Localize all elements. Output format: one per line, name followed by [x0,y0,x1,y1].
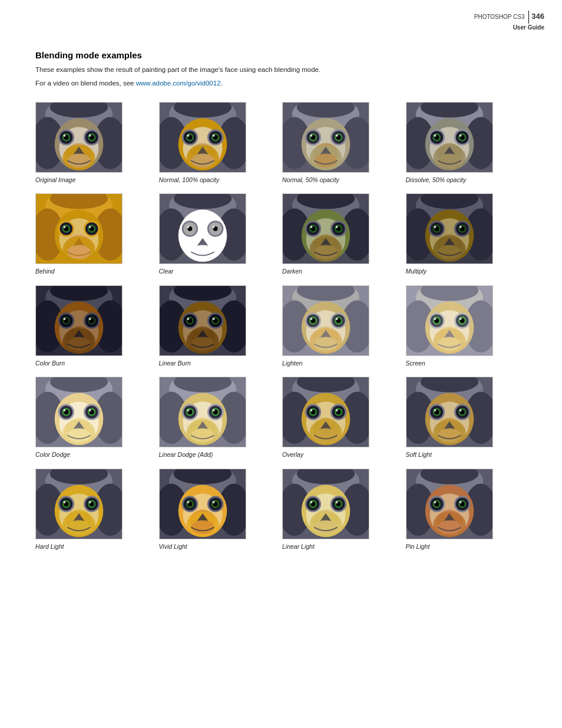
video-link[interactable]: www.adobe.com/go/vid0012 [136,80,221,87]
page-header: PHOTOSHOP CS3 346 User Guide [474,11,544,32]
product-name: PHOTOSHOP CS3 [474,14,525,20]
grid-item-clear: Clear [159,193,280,276]
svg-point-139 [310,226,312,228]
grid-item-overlay: Overlay [282,377,404,459]
svg-point-34 [187,134,189,137]
grid-item-pin-light: Pin Light [406,469,527,551]
blend-image-vivid-light [159,469,246,539]
svg-point-223 [310,318,312,320]
blend-image-color-burn [35,285,123,356]
svg-point-377 [191,521,214,535]
grid-item-darken: Darken [282,193,404,276]
blend-image-original [35,102,123,173]
svg-point-354 [89,501,91,503]
video-text: For a video on blend modes, see [35,80,136,87]
grid-item-linear-dodge: Linear Dodge (Add) [159,377,280,459]
blend-caption-overlay: Overlay [282,451,303,459]
grid-item-original: Original Image [35,102,157,185]
svg-point-244 [434,318,436,320]
svg-point-391 [310,501,312,503]
blend-caption-dissolve: Dissolve, 50% opacity [406,176,467,185]
svg-point-270 [89,410,91,412]
svg-point-13 [63,134,65,137]
svg-point-335 [438,429,461,443]
grid-item-color-dodge: Color Dodge [35,377,157,459]
svg-point-104 [67,245,90,259]
svg-point-349 [63,501,65,503]
grid-item-dissolve: Dissolve, 50% opacity [406,102,527,185]
svg-point-160 [434,226,436,228]
section-description: These examples show the result of painti… [35,65,527,75]
blend-caption-clear: Clear [159,268,174,276]
svg-point-251 [438,337,461,351]
blend-caption-darken: Darken [282,268,302,276]
blend-mode-grid: Original Image Normal, 100% [35,102,527,561]
svg-point-41 [191,153,214,167]
svg-point-370 [187,501,189,503]
svg-point-62 [314,153,337,167]
svg-point-328 [434,410,436,412]
blend-caption-hard-light: Hard Light [35,543,64,551]
grid-item-linear-light: Linear Light [282,469,404,551]
svg-point-167 [438,245,461,259]
blend-caption-linear-burn: Linear Burn [159,360,191,368]
blend-image-linear-dodge [159,377,246,447]
svg-point-398 [314,521,337,535]
grid-item-color-burn: Color Burn [35,285,157,368]
blend-caption-soft-light: Soft Light [406,451,432,459]
svg-point-39 [212,134,214,137]
blend-image-normal-50 [282,102,369,173]
video-link-paragraph: For a video on blend modes, see www.adob… [35,78,527,88]
svg-point-412 [434,501,436,503]
svg-point-188 [67,337,90,351]
svg-point-146 [314,245,337,259]
svg-point-102 [89,226,91,228]
grid-item-behind: Behind [35,193,157,276]
svg-point-55 [310,134,312,137]
blend-image-lighten [282,285,369,356]
blend-image-linear-light [282,469,369,539]
svg-point-60 [336,134,338,137]
svg-point-333 [459,410,461,412]
blend-caption-normal-50: Normal, 50% opacity [282,176,339,185]
svg-point-207 [212,318,214,320]
svg-point-123 [212,226,214,228]
blend-caption-color-burn: Color Burn [35,360,65,368]
grid-item-lighten: Lighten [282,285,404,368]
blend-caption-screen: Screen [406,360,425,368]
svg-point-293 [191,429,214,443]
blend-image-linear-burn [159,285,246,356]
header-divider [528,11,529,24]
svg-point-83 [438,153,461,167]
blend-caption-original: Original Image [35,176,75,185]
svg-point-265 [63,410,65,412]
blend-image-dissolve [406,102,493,173]
blend-caption-lighten: Lighten [282,360,302,368]
video-end: . [221,80,223,87]
svg-point-81 [459,134,461,137]
svg-point-419 [438,521,461,535]
blend-image-screen [406,285,493,356]
blend-caption-color-dodge: Color Dodge [35,451,70,459]
blend-image-soft-light [406,377,493,447]
svg-point-396 [336,501,338,503]
grid-item-multiply: Multiply [406,193,527,276]
svg-point-209 [191,337,214,351]
grid-item-normal-50: Normal, 50% opacity [282,102,404,185]
svg-point-249 [459,318,461,320]
blend-caption-linear-light: Linear Light [282,543,315,551]
svg-point-186 [89,318,91,320]
svg-point-417 [459,501,461,503]
blend-image-pin-light [406,469,493,539]
svg-point-18 [89,134,91,137]
svg-point-181 [63,318,65,320]
blend-caption-linear-dodge: Linear Dodge (Add) [159,451,213,459]
blend-caption-pin-light: Pin Light [406,543,430,551]
grid-item-screen: Screen [406,285,527,368]
svg-point-165 [459,226,461,228]
svg-point-291 [212,410,214,412]
blend-image-multiply [406,193,493,264]
section-title: Blending mode examples [35,50,527,60]
blend-image-normal-100 [159,102,246,173]
grid-item-vivid-light: Vivid Light [159,469,280,551]
